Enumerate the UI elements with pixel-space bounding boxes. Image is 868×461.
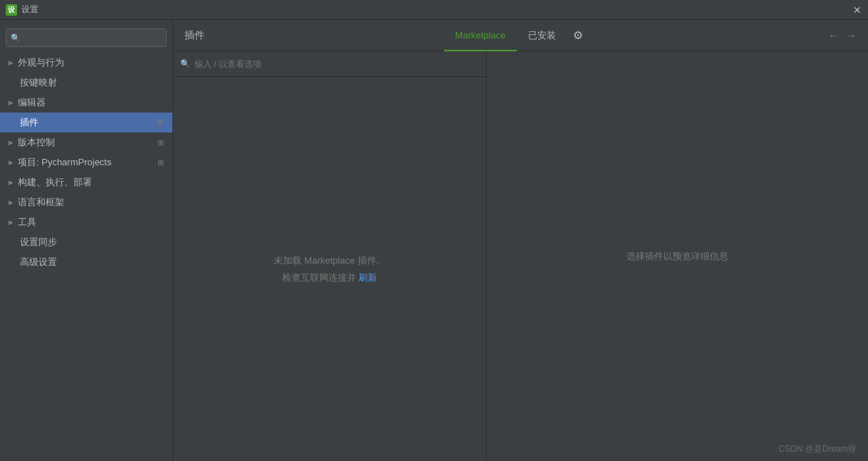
plugin-left-panel: 🔍 未加载 Marketplace 插件。 检查互联网连接并 刷新 (173, 51, 487, 461)
sidebar-item-label: 编辑器 (18, 96, 164, 109)
empty-main-text: 未加载 Marketplace 插件。 (274, 254, 385, 267)
sidebar-item-label: 插件 (20, 116, 154, 129)
app-icon: 设 (6, 4, 17, 16)
plugin-preview-placeholder: 选择插件以预览详细信息 (626, 250, 728, 263)
title-bar-text: 设置 (21, 4, 38, 16)
tab-installed[interactable]: 已安装 (517, 20, 567, 51)
title-bar-left: 设 设置 (6, 4, 38, 16)
sidebar-item-project[interactable]: ▶项目: PycharmProjects⊞ (0, 152, 172, 172)
sidebar-item-label: 设置同步 (20, 236, 164, 249)
sidebar-search[interactable]: 🔍 (6, 29, 167, 47)
forward-arrow[interactable]: → (845, 29, 857, 42)
main-container: 🔍 ▶外观与行为按键映射▶编辑器插件⚙▶版本控制⊞▶项目: PycharmPro… (0, 20, 868, 461)
sidebar-item-label: 构建、执行、部署 (18, 176, 164, 189)
sidebar-item-editor[interactable]: ▶编辑器 (0, 93, 172, 113)
chevron-icon: ▶ (9, 59, 14, 66)
sidebar-item-plugins[interactable]: 插件⚙ (0, 113, 172, 133)
sidebar-item-label: 版本控制 (18, 136, 155, 149)
sidebar-item-label: 工具 (18, 216, 164, 229)
sidebar-search-input[interactable] (24, 33, 162, 43)
sidebar-item-vcs[interactable]: ▶版本控制⊞ (0, 133, 172, 152)
watermark: CSDN @是Dream呀 (778, 443, 857, 455)
sidebar-item-keymap[interactable]: 按键映射 (0, 73, 172, 93)
nav-arrows: ← → (828, 29, 857, 42)
title-bar: 设 设置 ✕ (0, 0, 868, 20)
chevron-icon: ▶ (9, 179, 14, 186)
empty-sub-text: 检查互联网连接并 刷新 (282, 271, 378, 284)
sidebar-item-label: 外观与行为 (18, 56, 164, 69)
sidebar-item-right-icon: ⊞ (157, 138, 164, 147)
sidebar-item-label: 语言和框架 (18, 196, 164, 209)
tabs-nav: Marketplace已安装 ⚙ (219, 20, 814, 51)
sidebar-item-advanced[interactable]: 高级设置 (0, 252, 172, 272)
sidebar-item-appearance[interactable]: ▶外观与行为 (0, 53, 172, 73)
plugin-search-bar[interactable]: 🔍 (173, 51, 486, 77)
sidebar-item-sync[interactable]: 设置同步 (0, 232, 172, 252)
plugin-search-input[interactable] (195, 59, 479, 69)
sidebar-item-label: 高级设置 (20, 256, 164, 269)
plugin-search-icon: 🔍 (180, 59, 190, 68)
sidebar-item-tools[interactable]: ▶工具 (0, 212, 172, 232)
plugin-empty-state: 未加载 Marketplace 插件。 检查互联网连接并 刷新 (173, 77, 486, 461)
sidebar-item-label: 项目: PycharmProjects (18, 156, 155, 169)
sidebar: 🔍 ▶外观与行为按键映射▶编辑器插件⚙▶版本控制⊞▶项目: PycharmPro… (0, 20, 173, 461)
sidebar-item-lang[interactable]: ▶语言和框架 (0, 192, 172, 212)
chevron-icon: ▶ (9, 219, 14, 226)
empty-sub-before: 检查互联网连接并 (282, 272, 359, 283)
chevron-icon: ▶ (9, 159, 14, 166)
tab-marketplace[interactable]: Marketplace (444, 20, 517, 51)
plugin-right-panel: 选择插件以预览详细信息 (487, 51, 868, 461)
content-area: 插件 Marketplace已安装 ⚙ ← → 🔍 未加载 Marketplac… (173, 20, 868, 461)
back-arrow[interactable]: ← (828, 29, 839, 42)
chevron-icon: ▶ (9, 99, 14, 106)
chevron-icon: ▶ (9, 199, 14, 206)
sidebar-item-build[interactable]: ▶构建、执行、部署 (0, 172, 172, 192)
plugin-header: 插件 Marketplace已安装 ⚙ ← → (173, 20, 868, 51)
chevron-icon: ▶ (9, 139, 14, 146)
tab-gear-icon[interactable]: ⚙ (567, 29, 589, 42)
sidebar-item-right-icon: ⚙ (157, 118, 164, 128)
close-button[interactable]: ✕ (852, 5, 862, 15)
plugin-content: 🔍 未加载 Marketplace 插件。 检查互联网连接并 刷新 选择插件以预… (173, 51, 868, 461)
plugin-section-title: 插件 (185, 29, 205, 42)
sidebar-search-icon: 🔍 (11, 33, 21, 43)
sidebar-item-label: 按键映射 (20, 76, 164, 89)
sidebar-item-right-icon: ⊞ (157, 158, 164, 167)
refresh-link[interactable]: 刷新 (358, 272, 377, 283)
